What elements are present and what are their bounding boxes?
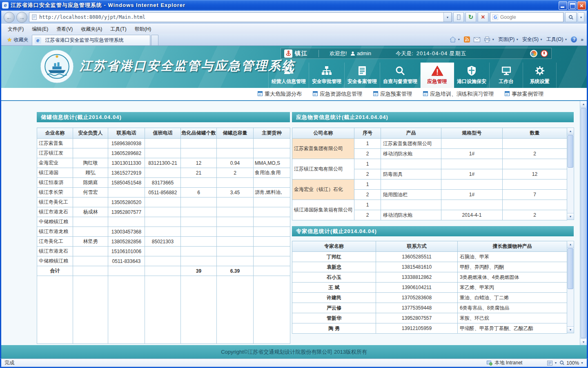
subnav-item[interactable]: 重大危险源分布 [258, 90, 302, 98]
nav-item-label: 安全审批管理 [312, 78, 341, 85]
nav-item-label: 应急管理 [428, 78, 447, 85]
intranet-icon [487, 361, 492, 366]
home-shortcut-icon[interactable] [530, 50, 537, 57]
experts-scrollbar[interactable]: ▲ ▼ [567, 241, 574, 333]
home-button[interactable]: ▼ [450, 36, 460, 43]
supplies-scrollbar[interactable]: ▲ ▼ [567, 128, 574, 220]
menu-item[interactable]: 文件(F) [4, 24, 28, 34]
cell [181, 247, 217, 256]
system-title: 江苏省港口安全监管与应急管理系统 [80, 58, 295, 74]
cell: 1# [441, 190, 503, 200]
cell: 陶 勇 [292, 323, 376, 334]
table-row: 镇江市港龙石杨成林13952807577 [37, 207, 290, 217]
subnav-item[interactable]: 应急培训、演练和演习管理 [423, 90, 494, 98]
cell [217, 227, 254, 237]
search-button[interactable] [565, 12, 577, 22]
search-input[interactable]: Google [500, 14, 561, 20]
rss-button[interactable] [464, 36, 470, 43]
page-options[interactable]: ▼ [547, 361, 557, 366]
nav-item-label: 经营人信息管理 [272, 78, 306, 85]
address-bar-row: ← → http://localhost:8080/yjpt/Main.html… [1, 11, 587, 24]
cell: 镇江市港龙石 [37, 207, 73, 217]
mail-button[interactable] [474, 37, 480, 42]
today-value: 2014-04-04 星期五 [416, 50, 467, 57]
cell [108, 217, 145, 227]
cell: 3.45 [217, 188, 254, 197]
nav-item[interactable]: 系统设置 [523, 63, 557, 88]
forward-button[interactable]: → [16, 12, 27, 23]
stop-button[interactable]: × [478, 12, 488, 22]
scrollbar-thumb[interactable] [568, 135, 573, 168]
cell [145, 217, 181, 227]
nav-item[interactable]: 自查与督查管理 [380, 63, 421, 88]
minimize-button[interactable] [559, 1, 567, 10]
search-dropdown-button[interactable]: ▼ [578, 12, 584, 22]
page-tab[interactable]: e 江苏省港口安全监管与应急管理系统 [32, 35, 150, 45]
close-button[interactable] [577, 1, 586, 10]
back-button[interactable]: ← [4, 12, 15, 23]
menu-item[interactable]: 编辑(E) [28, 24, 52, 34]
column-header: 擅长救援物种产品 [458, 241, 567, 252]
nav-item[interactable]: 经营人信息管理 [268, 63, 309, 88]
menu-item[interactable]: 帮助(H) [131, 24, 156, 34]
maximize-button[interactable] [568, 1, 577, 10]
cell: 7 [503, 190, 567, 200]
nav-item[interactable]: 港口设施保安 [454, 63, 490, 88]
compatibility-view-button[interactable] [453, 12, 464, 22]
scrollbar-thumb[interactable] [568, 248, 573, 289]
cell: 2 [354, 169, 381, 180]
menu-item[interactable]: 查看(V) [52, 24, 77, 34]
scroll-down-button[interactable]: ▼ [567, 213, 574, 220]
scroll-down-button[interactable]: ▼ [580, 339, 587, 345]
tools-menu-button[interactable]: 工具(O)▼ [546, 36, 567, 43]
new-tab-button[interactable] [151, 35, 158, 45]
supplies-panel-title: 应急物资信息统计(截止2014.04.04) [292, 112, 574, 122]
address-bar[interactable]: http://localhost:8080/yjpt/Main.html ▼ [29, 12, 452, 22]
menu-item[interactable]: 工具(T) [106, 24, 130, 34]
cell [217, 139, 254, 148]
main-scrollbar[interactable]: ▲ ▼ [580, 101, 587, 345]
nav-item[interactable]: 安全备案管理 [345, 63, 380, 88]
subnav-item[interactable]: 事故案例管理 [505, 90, 543, 98]
help-button[interactable]: ? [571, 36, 577, 43]
column-header: 储罐总容量 [217, 128, 254, 139]
nav-item[interactable]: 工作台 [490, 63, 523, 88]
cell: 苯乙烯、甲苯丙 [458, 283, 567, 293]
zoom-control[interactable]: 100% ▼ [559, 360, 584, 366]
nav-item[interactable]: 安全审批管理 [309, 63, 345, 88]
logout-icon[interactable] [541, 50, 548, 57]
column-header: 专家名称 [292, 241, 376, 252]
favorites-button[interactable]: ★ 收藏夹 [4, 35, 32, 45]
cell [145, 197, 181, 207]
cell: 13815481610 [376, 262, 458, 272]
column-header: 序号 [354, 128, 381, 139]
search-box[interactable]: G Google [490, 12, 564, 22]
menu-item[interactable]: 收藏夹(A) [77, 24, 106, 34]
table-row: 丁邦红13605285511石脑油、甲苯 [292, 252, 567, 262]
subnav-item[interactable]: 应急资源信息管理 [313, 90, 362, 98]
refresh-button[interactable]: ↻ [466, 12, 476, 22]
nav-item[interactable]: 应急管理 [421, 63, 454, 88]
page-menu-button[interactable]: 页面(P)▼ [498, 36, 519, 43]
page-viewport: 江苏省港口安全监管与应急管理系统 镇江 欢迎您! admin 今天是: 2014… [0, 46, 588, 359]
scroll-up-button[interactable]: ▲ [580, 101, 587, 108]
toolbar-overflow-button[interactable]: » [581, 37, 584, 43]
cell [254, 139, 290, 148]
subnav-item[interactable]: 应急预案管理 [373, 90, 412, 98]
cell: 1# [441, 149, 503, 159]
monitor-icon [501, 65, 512, 76]
print-button[interactable]: ▼ [484, 36, 494, 43]
supplies-table: 公司名称序号产品规格型号数量江苏索普集团有限公司1江苏索普集团有限公司2移动消防… [292, 128, 567, 220]
user-icon [350, 51, 355, 56]
cell: 0511-833643 [108, 256, 145, 266]
scrollbar-thumb[interactable] [581, 108, 586, 338]
scroll-down-button[interactable]: ▼ [567, 326, 574, 333]
cell [73, 276, 108, 344]
cell: 严云修 [292, 303, 376, 313]
safety-menu-button[interactable]: 安全(S)▼ [522, 36, 543, 43]
warning-icon [431, 65, 443, 76]
cell [145, 227, 181, 237]
scroll-up-button[interactable]: ▲ [567, 241, 574, 248]
address-dropdown-button[interactable]: ▼ [443, 13, 451, 22]
scroll-up-button[interactable]: ▲ [567, 128, 574, 135]
